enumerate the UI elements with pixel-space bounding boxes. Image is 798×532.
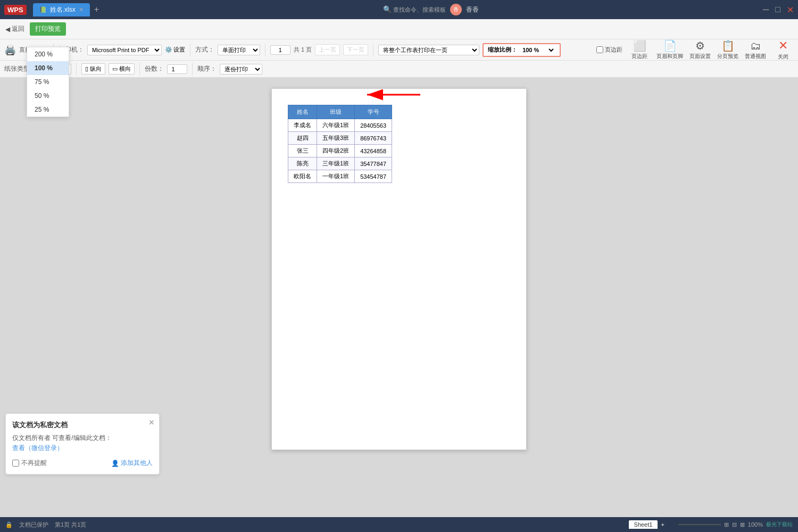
divider7 (192, 63, 193, 76)
scroll-indicator (678, 524, 721, 525)
doc-protection-label: 文档已保护 (19, 521, 48, 529)
cell-3-1: 三年级1班 (317, 157, 355, 170)
portrait-icon: ▯ (85, 65, 88, 72)
titlebar: WPS 📗 姓名.xlsx ✕ + 🔍 查找命令、搜索模板 香 香香 ─ □ ✕ (0, 0, 798, 19)
back-button[interactable]: ◀ 返回 (5, 24, 24, 34)
portrait-label: 纵向 (90, 65, 102, 72)
zoom-option-75[interactable]: 75 % (27, 75, 69, 89)
main-content: 姓名 班级 学号 李成名六年级1班28405563赵四五年级3班86976743… (0, 78, 798, 517)
col-header-name: 姓名 (288, 105, 317, 119)
zoom-option-100[interactable]: 100 % (27, 61, 69, 75)
search-template-icon[interactable]: 🔍 查找命令、搜索模板 (383, 5, 446, 14)
zoom-option-50[interactable]: 50 % (27, 89, 69, 103)
file-name: 姓名.xlsx (50, 5, 76, 14)
copies-input[interactable] (167, 64, 187, 74)
header-footer-label: 页眉和页脚 (656, 53, 683, 60)
printer-select[interactable]: Microsoft Print to PDF (87, 45, 162, 55)
print-gridlines-checkbox[interactable] (596, 46, 603, 53)
layout-icon-2: ⊟ (732, 521, 737, 528)
minimize-button[interactable]: ─ (763, 5, 769, 15)
settings-button[interactable]: ⚙️ 设置 (165, 46, 185, 54)
statusbar-right: Sheet1 + ⊞ ⊟ ⊠ 100% 极光下载站 (629, 520, 793, 529)
cell-0-2: 28405563 (355, 119, 392, 132)
page-number-input[interactable] (270, 45, 290, 55)
print-preview-button[interactable]: 打印预览 (30, 22, 66, 36)
zoom-option-25[interactable]: 25 % (27, 103, 69, 117)
page-break-button[interactable]: 📋 分页预览 (717, 39, 738, 60)
dont-remind-checkbox-label[interactable]: 不再提醒 (12, 459, 47, 468)
notice-close-button[interactable]: ✕ (148, 418, 155, 427)
add-others-button[interactable]: 👤 添加其他人 (111, 459, 153, 468)
close-icon: ✕ (778, 39, 788, 53)
add-person-icon: 👤 (111, 460, 119, 467)
cell-1-2: 86976743 (355, 132, 392, 145)
zoom-option-200[interactable]: 200 % (27, 47, 69, 61)
fit-page-select[interactable]: 将整个工作表打印在一页 (378, 45, 479, 55)
zoom-dropdown: 200 % 100 % 75 % 50 % 25 % (27, 47, 69, 117)
private-doc-notice: 该文档为私密文档 ✕ 仅文档所有者 可查看/编辑此文档： 查看（微信登录） 不再… (5, 413, 160, 475)
margin-label: 页边距 (631, 53, 647, 60)
notice-login-link[interactable]: 查看（微信登录） (12, 444, 63, 452)
cell-2-0: 张三 (288, 145, 317, 157)
table-row: 欧阳名一年级1班53454787 (288, 170, 392, 183)
portrait-button[interactable]: ▯ 纵向 (81, 63, 105, 74)
prev-page-button[interactable]: 上一页 (315, 44, 340, 55)
window-controls: ─ □ ✕ (763, 5, 794, 15)
print-gridlines-checkbox-label[interactable]: 页边距 (596, 46, 622, 54)
page-break-icon: 📋 (721, 39, 735, 52)
excel-icon: 📗 (39, 6, 47, 13)
mode-select[interactable]: 单面打印 (218, 45, 260, 55)
close-window-button[interactable]: ✕ (787, 5, 794, 15)
tab-close-icon[interactable]: ✕ (79, 6, 84, 13)
normal-view-label: 普通视图 (745, 53, 766, 60)
cell-2-1: 四年级2班 (317, 145, 355, 157)
page-setup-button[interactable]: ⚙ 页面设置 (689, 39, 711, 60)
table-row: 赵四五年级3班86976743 (288, 132, 392, 145)
maximize-button[interactable]: □ (775, 5, 780, 15)
cell-4-2: 53454787 (355, 170, 392, 183)
divider6 (139, 63, 140, 76)
toolbar-row3: 纸张类型： A4 ▯ 纵向 ▭ 横向 份数： 顺序： 逐份打印 (0, 61, 798, 78)
normal-view-button[interactable]: 🗂 普通视图 (745, 40, 766, 60)
normal-view-icon: 🗂 (750, 40, 761, 52)
add-tab-button[interactable]: + (94, 5, 99, 14)
sheet-tab[interactable]: Sheet1 (629, 520, 658, 529)
back-arrow-icon: ◀ (5, 26, 10, 33)
cell-4-0: 欧阳名 (288, 170, 317, 183)
toolbar-row1: ◀ 返回 打印预览 (0, 19, 798, 39)
zoom-select[interactable]: 100 % 200 % 75 % 50 % 25 % (518, 45, 555, 55)
add-sheet-button[interactable]: + (661, 521, 664, 528)
dont-remind-checkbox[interactable] (12, 460, 19, 467)
col-header-class: 班级 (317, 105, 355, 119)
right-toolbar: 页边距 ⬜ 页边距 📄 页眉和页脚 ⚙ 页面设置 📋 分页预览 🗂 普通视图 ✕… (596, 39, 794, 61)
toolbar-row2: 🖨️ 直接打印▼ 打印机： Microsoft Print to PDF ⚙️ … (0, 39, 798, 61)
mode-label: 方式： (195, 45, 214, 54)
col-header-id: 学号 (355, 105, 392, 119)
next-page-button[interactable]: 下一页 (343, 44, 368, 55)
statusbar: 🔒 文档已保护 第1页 共1页 Sheet1 + ⊞ ⊟ ⊠ 100% 极光下载… (0, 517, 798, 532)
order-select[interactable]: 逐份打印 (220, 64, 262, 74)
zoom-scale-button[interactable]: 缩放比例： 100 % 200 % 75 % 50 % 25 % (483, 43, 561, 57)
divider4 (373, 44, 373, 56)
landscape-button[interactable]: ▭ 横向 (109, 63, 135, 74)
close-preview-button[interactable]: ✕ 关闭 (772, 39, 794, 61)
header-footer-button[interactable]: 📄 页眉和页脚 (656, 39, 683, 60)
page-setup-label: 页面设置 (689, 53, 711, 60)
dont-remind-label: 不再提醒 (21, 459, 47, 468)
data-table: 姓名 班级 学号 李成名六年级1班28405563赵四五年级3班86976743… (288, 105, 392, 183)
print-gridlines-label: 页边距 (605, 46, 622, 54)
cell-3-2: 35477847 (355, 157, 392, 170)
cell-1-1: 五年级3班 (317, 132, 355, 145)
cell-1-0: 赵四 (288, 132, 317, 145)
page-break-label: 分页预览 (717, 53, 738, 60)
margin-button[interactable]: ⬜ 页边距 (629, 39, 650, 60)
table-row: 陈亮三年级1班35477847 (288, 157, 392, 170)
page-setup-icon: ⚙ (695, 39, 705, 52)
file-tab[interactable]: 📗 姓名.xlsx ✕ (33, 3, 90, 16)
margin-icon: ⬜ (633, 39, 646, 52)
table-row: 张三四年级2班43264858 (288, 145, 392, 157)
total-pages-label: 共 1 页 (294, 46, 312, 54)
page-content: 姓名 班级 学号 李成名六年级1班28405563赵四五年级3班86976743… (272, 89, 526, 199)
order-label: 顺序： (197, 64, 217, 73)
direct-print-icon[interactable]: 🖨️ (4, 44, 16, 56)
